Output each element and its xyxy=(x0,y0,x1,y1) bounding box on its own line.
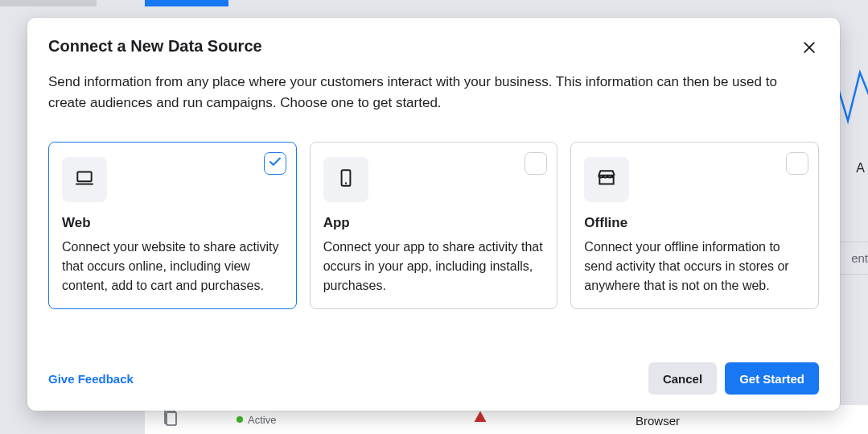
close-button[interactable] xyxy=(795,34,824,63)
card-title: App xyxy=(323,215,545,231)
status-dot-icon xyxy=(237,416,243,423)
modal-title: Connect a New Data Source xyxy=(48,37,819,56)
status-label: Active xyxy=(248,414,276,426)
card-checkbox[interactable] xyxy=(264,152,286,175)
connect-data-source-modal: Connect a New Data Source Send informati… xyxy=(27,18,840,411)
card-description: Connect your website to share activity t… xyxy=(62,238,283,296)
phone-icon xyxy=(335,167,356,192)
close-icon xyxy=(801,39,817,58)
data-source-card-offline[interactable]: Offline Connect your offline information… xyxy=(570,142,819,309)
bg-fragment xyxy=(0,0,97,6)
document-icon xyxy=(161,408,180,431)
get-started-button[interactable]: Get Started xyxy=(725,362,819,395)
modal-footer: Give Feedback Cancel Get Started xyxy=(48,362,819,395)
data-source-card-web[interactable]: Web Connect your website to share activi… xyxy=(48,142,297,309)
laptop-icon xyxy=(74,167,95,192)
card-title: Offline xyxy=(584,215,805,231)
card-icon-container xyxy=(323,157,368,202)
svg-rect-4 xyxy=(77,172,91,181)
checkmark-icon xyxy=(268,155,282,172)
give-feedback-link[interactable]: Give Feedback xyxy=(48,372,134,386)
bg-text-fragment: ent xyxy=(851,251,868,265)
card-checkbox[interactable] xyxy=(786,152,808,175)
svg-rect-1 xyxy=(167,412,176,425)
status-badge: Active xyxy=(237,414,276,426)
card-description: Connect your offline information to send… xyxy=(584,238,805,296)
bg-text-fragment: A xyxy=(856,161,865,176)
modal-subtitle: Send information from any place where yo… xyxy=(48,72,812,113)
bg-fragment xyxy=(836,274,868,275)
bg-chart-fragment xyxy=(836,56,868,148)
card-checkbox[interactable] xyxy=(525,152,547,175)
bg-text-fragment: Browser xyxy=(636,414,680,428)
data-source-card-app[interactable]: App Connect your app to share activity t… xyxy=(310,142,558,309)
card-title: Web xyxy=(62,215,283,231)
bg-fragment xyxy=(836,242,868,242)
card-description: Connect your app to share activity that … xyxy=(323,238,545,296)
warning-icon xyxy=(473,410,487,428)
store-icon xyxy=(596,167,617,192)
data-source-options: Web Connect your website to share activi… xyxy=(48,142,819,309)
bg-fragment xyxy=(145,0,228,6)
cancel-button[interactable]: Cancel xyxy=(648,362,717,395)
card-icon-container xyxy=(62,157,107,202)
card-icon-container xyxy=(584,157,629,202)
